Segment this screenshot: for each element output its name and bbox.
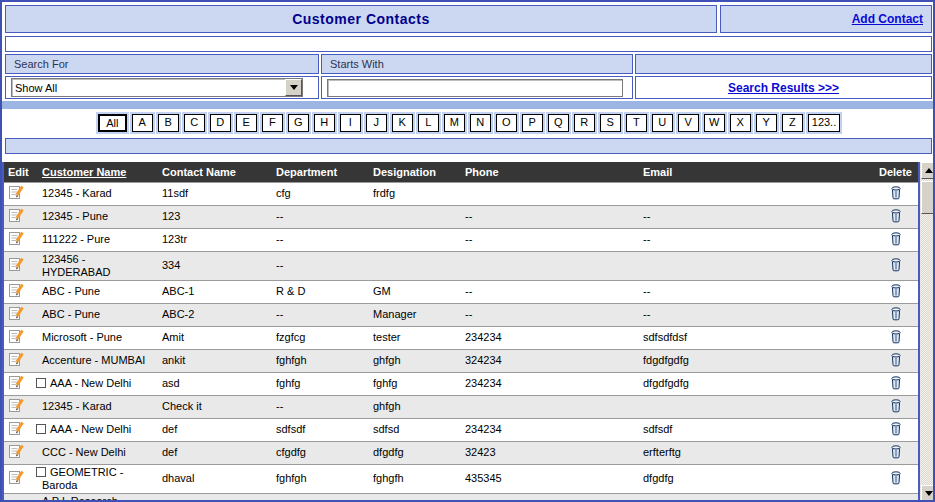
edit-icon[interactable] bbox=[8, 230, 25, 247]
delete-cell bbox=[874, 303, 918, 326]
vertical-scrollbar[interactable] bbox=[920, 162, 935, 502]
customer-name-cell: 111222 - Pure bbox=[34, 228, 154, 251]
column-header-customer-name[interactable]: Customer Name bbox=[34, 162, 154, 182]
alpha-filter-n[interactable]: N bbox=[470, 114, 491, 132]
customer-name-cell: AAA - New Delhi bbox=[34, 418, 154, 441]
alpha-filter-e[interactable]: E bbox=[236, 114, 257, 132]
customer-name-cell: Microsoft - Pune bbox=[34, 326, 154, 349]
edit-icon[interactable] bbox=[8, 305, 25, 322]
alpha-filter-j[interactable]: J bbox=[366, 114, 387, 132]
edit-icon[interactable] bbox=[8, 282, 25, 299]
alpha-filter-q[interactable]: Q bbox=[548, 114, 569, 132]
edit-icon[interactable] bbox=[8, 420, 25, 437]
alpha-filter-v[interactable]: V bbox=[678, 114, 699, 132]
delete-icon[interactable] bbox=[890, 231, 902, 246]
delete-icon[interactable] bbox=[890, 283, 902, 298]
contact-name-cell: 123tr bbox=[154, 228, 268, 251]
row-checkbox[interactable] bbox=[36, 467, 46, 477]
edit-icon[interactable] bbox=[8, 374, 25, 391]
delete-cell bbox=[874, 441, 918, 464]
delete-icon[interactable] bbox=[890, 398, 902, 413]
alpha-filter-g[interactable]: G bbox=[288, 114, 309, 132]
edit-icon[interactable] bbox=[8, 351, 25, 368]
email-cell: dfgdfg bbox=[635, 464, 874, 493]
alpha-filter-w[interactable]: W bbox=[704, 114, 725, 132]
edit-icon[interactable] bbox=[8, 207, 25, 224]
contact-name-cell: ankit bbox=[154, 349, 268, 372]
row-checkbox[interactable] bbox=[36, 424, 46, 434]
delete-icon[interactable] bbox=[890, 470, 902, 485]
alpha-filter-r[interactable]: R bbox=[574, 114, 595, 132]
alpha-cell: O bbox=[494, 112, 519, 134]
column-header-phone: Phone bbox=[457, 162, 635, 182]
alpha-cell: T bbox=[624, 112, 649, 134]
delete-icon[interactable] bbox=[890, 208, 902, 223]
alpha-filter-h[interactable]: H bbox=[314, 114, 335, 132]
alpha-cell: X bbox=[728, 112, 753, 134]
customer-name-cell: AAA - New Delhi bbox=[34, 372, 154, 395]
row-checkbox[interactable] bbox=[36, 378, 46, 388]
alpha-filter-m[interactable]: M bbox=[444, 114, 465, 132]
delete-icon[interactable] bbox=[890, 257, 902, 272]
alpha-filter-f[interactable]: F bbox=[262, 114, 283, 132]
edit-cell bbox=[4, 441, 34, 464]
scroll-up-icon[interactable] bbox=[921, 162, 935, 179]
delete-cell bbox=[874, 228, 918, 251]
add-contact-link[interactable]: Add Contact bbox=[852, 12, 923, 26]
delete-icon[interactable] bbox=[890, 375, 902, 390]
delete-icon[interactable] bbox=[890, 421, 902, 436]
alpha-filter-a[interactable]: A bbox=[132, 114, 153, 132]
phone-cell: -- bbox=[457, 205, 635, 228]
edit-icon[interactable] bbox=[8, 256, 25, 273]
search-results-link[interactable]: Search Results >>> bbox=[728, 81, 839, 95]
search-for-select[interactable]: Show All bbox=[11, 78, 303, 97]
scroll-down-icon[interactable] bbox=[921, 485, 935, 502]
alpha-filter-u[interactable]: U bbox=[652, 114, 673, 132]
phone-cell: 32423 bbox=[457, 441, 635, 464]
alpha-filter-k[interactable]: K bbox=[392, 114, 413, 132]
alpha-filter-all[interactable]: All bbox=[98, 114, 127, 132]
alpha-filter-s[interactable]: S bbox=[600, 114, 621, 132]
edit-icon[interactable] bbox=[8, 184, 25, 201]
phone-cell: 234234 bbox=[457, 418, 635, 441]
alpha-filter-b[interactable]: B bbox=[158, 114, 179, 132]
starts-with-input[interactable] bbox=[327, 79, 623, 97]
alpha-filter-l[interactable]: L bbox=[418, 114, 439, 132]
dropdown-arrow-icon[interactable] bbox=[285, 79, 302, 96]
delete-icon[interactable] bbox=[890, 352, 902, 367]
edit-icon[interactable] bbox=[8, 443, 25, 460]
delete-icon[interactable] bbox=[890, 444, 902, 459]
phone-cell: 234234 bbox=[457, 372, 635, 395]
search-for-cell: Show All bbox=[5, 76, 319, 99]
column-header-department: Department bbox=[268, 162, 365, 182]
delete-icon[interactable] bbox=[890, 306, 902, 321]
add-contact-bar: Add Contact bbox=[720, 5, 932, 33]
divider-strip bbox=[2, 101, 935, 109]
email-cell: sdfsdf bbox=[635, 418, 874, 441]
edit-cell bbox=[4, 372, 34, 395]
alpha-filter-c[interactable]: C bbox=[184, 114, 205, 132]
customer-name-cell: Accenture - MUMBAI bbox=[34, 349, 154, 372]
alpha-filter-y[interactable]: Y bbox=[756, 114, 777, 132]
delete-icon[interactable] bbox=[890, 185, 902, 200]
contact-name-cell: 11sdf bbox=[154, 182, 268, 205]
designation-cell: tester bbox=[365, 326, 457, 349]
column-header-email: Email bbox=[635, 162, 874, 182]
edit-icon[interactable] bbox=[8, 397, 25, 414]
scrollbar-thumb[interactable] bbox=[921, 181, 935, 214]
edit-icon[interactable] bbox=[8, 469, 25, 486]
delete-icon[interactable] bbox=[890, 329, 902, 344]
designation-cell: GM bbox=[365, 280, 457, 303]
alpha-filter-p[interactable]: P bbox=[522, 114, 543, 132]
alpha-filter-d[interactable]: D bbox=[210, 114, 231, 132]
alpha-filter-t[interactable]: T bbox=[626, 114, 647, 132]
email-cell: dfgdfgdfg bbox=[635, 372, 874, 395]
edit-icon[interactable] bbox=[8, 328, 25, 345]
alpha-filter-o[interactable]: O bbox=[496, 114, 517, 132]
alpha-filter-123[interactable]: 123.. bbox=[808, 114, 840, 132]
alpha-filter-x[interactable]: X bbox=[730, 114, 751, 132]
alpha-filter-z[interactable]: Z bbox=[782, 114, 803, 132]
delete-cell bbox=[874, 493, 918, 502]
phone-cell: -- bbox=[457, 303, 635, 326]
alpha-filter-i[interactable]: I bbox=[340, 114, 361, 132]
